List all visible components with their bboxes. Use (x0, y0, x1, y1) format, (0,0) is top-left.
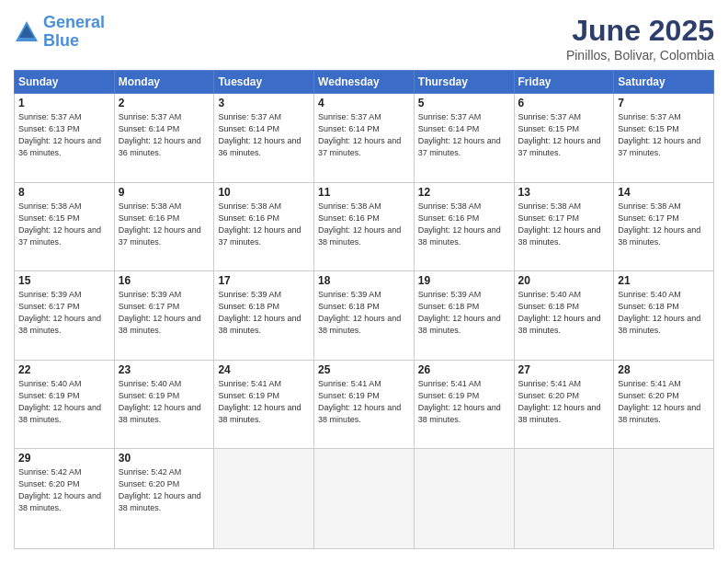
table-row: 10 Sunrise: 5:38 AMSunset: 6:16 PMDaylig… (214, 182, 314, 271)
day-info: Sunrise: 5:41 AMSunset: 6:19 PMDaylight:… (418, 378, 510, 426)
table-row: 22 Sunrise: 5:40 AMSunset: 6:19 PMDaylig… (15, 360, 115, 449)
day-number: 2 (119, 97, 210, 109)
day-info: Sunrise: 5:38 AMSunset: 6:16 PMDaylight:… (318, 201, 410, 248)
day-info: Sunrise: 5:37 AMSunset: 6:14 PMDaylight:… (218, 111, 310, 159)
week-row-4: 22 Sunrise: 5:40 AMSunset: 6:19 PMDaylig… (15, 360, 714, 449)
day-number: 9 (119, 186, 210, 199)
col-wednesday: Wednesday (314, 71, 415, 94)
day-info: Sunrise: 5:41 AMSunset: 6:20 PMDaylight:… (518, 378, 610, 426)
table-row: 8 Sunrise: 5:38 AMSunset: 6:15 PMDayligh… (15, 182, 115, 271)
day-info: Sunrise: 5:40 AMSunset: 6:18 PMDaylight:… (618, 289, 710, 337)
day-number: 10 (218, 186, 310, 199)
week-row-5: 29 Sunrise: 5:42 AMSunset: 6:20 PMDaylig… (15, 449, 714, 549)
day-number: 24 (218, 363, 310, 376)
day-info: Sunrise: 5:39 AMSunset: 6:18 PMDaylight:… (218, 289, 310, 337)
table-row: 23 Sunrise: 5:40 AMSunset: 6:19 PMDaylig… (114, 360, 214, 449)
table-row: 4 Sunrise: 5:37 AMSunset: 6:14 PMDayligh… (314, 94, 415, 183)
table-row: 9 Sunrise: 5:38 AMSunset: 6:16 PMDayligh… (114, 182, 214, 271)
day-number: 28 (618, 363, 710, 376)
day-info: Sunrise: 5:38 AMSunset: 6:16 PMDaylight:… (218, 201, 310, 248)
header: General Blue June 2025 Pinillos, Bolivar… (14, 14, 714, 63)
table-row: 1 Sunrise: 5:37 AMSunset: 6:13 PMDayligh… (15, 94, 115, 183)
day-number: 11 (318, 186, 410, 199)
day-number: 27 (518, 363, 610, 376)
table-row (614, 449, 714, 549)
day-number: 19 (418, 274, 510, 287)
week-row-3: 15 Sunrise: 5:39 AMSunset: 6:17 PMDaylig… (15, 271, 714, 361)
location: Pinillos, Bolivar, Colombia (566, 48, 714, 63)
table-row (314, 449, 415, 549)
day-number: 13 (518, 186, 610, 199)
table-row: 6 Sunrise: 5:37 AMSunset: 6:15 PMDayligh… (514, 94, 614, 183)
day-info: Sunrise: 5:37 AMSunset: 6:14 PMDaylight:… (119, 111, 210, 159)
calendar-table: Sunday Monday Tuesday Wednesday Thursday… (14, 70, 714, 549)
day-number: 23 (119, 363, 210, 376)
day-info: Sunrise: 5:38 AMSunset: 6:15 PMDaylight:… (18, 201, 110, 248)
day-info: Sunrise: 5:37 AMSunset: 6:15 PMDaylight:… (518, 111, 610, 159)
day-number: 1 (18, 97, 110, 109)
col-friday: Friday (514, 71, 614, 94)
table-row: 27 Sunrise: 5:41 AMSunset: 6:20 PMDaylig… (514, 360, 614, 449)
table-row: 5 Sunrise: 5:37 AMSunset: 6:14 PMDayligh… (414, 94, 514, 183)
day-number: 3 (218, 97, 310, 109)
col-saturday: Saturday (614, 71, 714, 94)
table-row: 12 Sunrise: 5:38 AMSunset: 6:16 PMDaylig… (414, 182, 514, 271)
day-info: Sunrise: 5:38 AMSunset: 6:16 PMDaylight:… (418, 201, 510, 248)
week-row-2: 8 Sunrise: 5:38 AMSunset: 6:15 PMDayligh… (15, 182, 714, 271)
table-row: 17 Sunrise: 5:39 AMSunset: 6:18 PMDaylig… (214, 271, 314, 361)
day-number: 14 (618, 186, 710, 199)
table-row: 30 Sunrise: 5:42 AMSunset: 6:20 PMDaylig… (114, 449, 214, 549)
day-info: Sunrise: 5:39 AMSunset: 6:17 PMDaylight:… (119, 289, 210, 337)
day-info: Sunrise: 5:38 AMSunset: 6:16 PMDaylight:… (119, 201, 210, 248)
day-number: 26 (418, 363, 510, 376)
day-info: Sunrise: 5:41 AMSunset: 6:20 PMDaylight:… (618, 378, 710, 426)
day-number: 25 (318, 363, 410, 376)
table-row: 11 Sunrise: 5:38 AMSunset: 6:16 PMDaylig… (314, 182, 415, 271)
table-row: 19 Sunrise: 5:39 AMSunset: 6:18 PMDaylig… (414, 271, 514, 361)
page: General Blue June 2025 Pinillos, Bolivar… (0, 0, 728, 563)
logo: General Blue (14, 14, 105, 51)
day-number: 4 (318, 97, 410, 109)
day-info: Sunrise: 5:37 AMSunset: 6:14 PMDaylight:… (418, 111, 510, 159)
day-info: Sunrise: 5:37 AMSunset: 6:14 PMDaylight:… (318, 111, 410, 159)
table-row: 28 Sunrise: 5:41 AMSunset: 6:20 PMDaylig… (614, 360, 714, 449)
title-section: June 2025 Pinillos, Bolivar, Colombia (566, 14, 714, 63)
day-number: 8 (18, 186, 110, 199)
day-number: 18 (318, 274, 410, 287)
day-number: 15 (18, 274, 110, 287)
table-row: 16 Sunrise: 5:39 AMSunset: 6:17 PMDaylig… (114, 271, 214, 361)
day-info: Sunrise: 5:39 AMSunset: 6:18 PMDaylight:… (318, 289, 410, 337)
table-row: 3 Sunrise: 5:37 AMSunset: 6:14 PMDayligh… (214, 94, 314, 183)
month-title: June 2025 (566, 14, 714, 48)
table-row: 2 Sunrise: 5:37 AMSunset: 6:14 PMDayligh… (114, 94, 214, 183)
table-row: 18 Sunrise: 5:39 AMSunset: 6:18 PMDaylig… (314, 271, 415, 361)
day-info: Sunrise: 5:42 AMSunset: 6:20 PMDaylight:… (119, 466, 210, 514)
col-monday: Monday (114, 71, 214, 94)
day-info: Sunrise: 5:41 AMSunset: 6:19 PMDaylight:… (318, 378, 410, 426)
day-number: 29 (18, 452, 110, 465)
calendar-header-row: Sunday Monday Tuesday Wednesday Thursday… (15, 71, 714, 94)
day-info: Sunrise: 5:40 AMSunset: 6:19 PMDaylight:… (119, 378, 210, 426)
table-row: 15 Sunrise: 5:39 AMSunset: 6:17 PMDaylig… (15, 271, 115, 361)
day-info: Sunrise: 5:37 AMSunset: 6:15 PMDaylight:… (618, 111, 710, 159)
day-info: Sunrise: 5:39 AMSunset: 6:17 PMDaylight:… (18, 289, 110, 337)
table-row: 21 Sunrise: 5:40 AMSunset: 6:18 PMDaylig… (614, 271, 714, 361)
day-number: 12 (418, 186, 510, 199)
logo-icon (14, 19, 40, 45)
day-info: Sunrise: 5:39 AMSunset: 6:18 PMDaylight:… (418, 289, 510, 337)
table-row (214, 449, 314, 549)
day-number: 16 (119, 274, 210, 287)
day-info: Sunrise: 5:38 AMSunset: 6:17 PMDaylight:… (618, 201, 710, 248)
table-row: 26 Sunrise: 5:41 AMSunset: 6:19 PMDaylig… (414, 360, 514, 449)
table-row (514, 449, 614, 549)
day-number: 21 (618, 274, 710, 287)
col-sunday: Sunday (15, 71, 115, 94)
table-row: 29 Sunrise: 5:42 AMSunset: 6:20 PMDaylig… (15, 449, 115, 549)
day-info: Sunrise: 5:41 AMSunset: 6:19 PMDaylight:… (218, 378, 310, 426)
week-row-1: 1 Sunrise: 5:37 AMSunset: 6:13 PMDayligh… (15, 94, 714, 183)
day-info: Sunrise: 5:38 AMSunset: 6:17 PMDaylight:… (518, 201, 610, 248)
col-thursday: Thursday (414, 71, 514, 94)
table-row (414, 449, 514, 549)
day-info: Sunrise: 5:40 AMSunset: 6:19 PMDaylight:… (18, 378, 110, 426)
col-tuesday: Tuesday (214, 71, 314, 94)
